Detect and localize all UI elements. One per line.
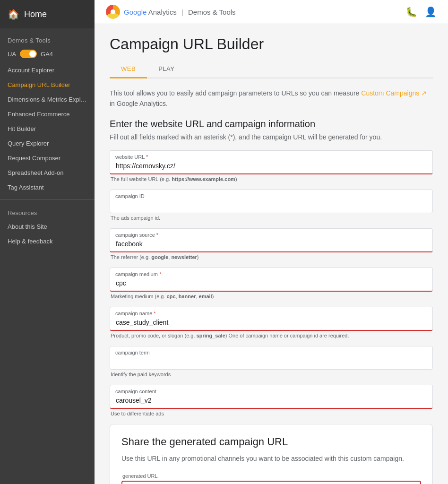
main-content: Google Analytics | Demos & Tools 🐛 👤 Cam… [95,0,448,484]
custom-campaigns-link[interactable]: Custom Campaigns ↗ [361,89,427,97]
content-area: Campaign URL Builder WEB PLAY This tool … [95,24,448,484]
sidebar: 🏠 Home Demos & Tools UA GA4 Account Expl… [0,0,95,484]
input-campaign-name[interactable] [110,307,433,331]
bug-icon[interactable]: 🐛 [405,6,417,17]
hint-campaign-term: Identify the paid keywords [110,372,433,377]
sidebar-item-spreadsheet-addon[interactable]: Spreadsheet Add-on [0,165,95,180]
home-icon: 🏠 [8,9,19,20]
section-title: Enter the website URL and campaign infor… [110,119,433,130]
hint-campaign-id: The ads campaign id. [110,215,433,221]
generated-url-group: generated URL https://cernovsky.cz/?utm_… [121,473,421,484]
logo-demos: Demos & Tools [188,8,236,16]
tabs: WEB PLAY [110,60,433,78]
account-icon[interactable]: 👤 [425,6,437,17]
share-title: Share the generated campaign URL [121,436,421,448]
input-website-url[interactable] [110,150,433,174]
ga-logo: Google Analytics | Demos & Tools [106,5,236,19]
logo-separator: | [181,8,183,16]
field-campaign-medium: campaign medium * Marketing medium (e.g.… [110,268,433,299]
sidebar-item-help-feedback[interactable]: Help & feedback [0,234,95,249]
hint-campaign-name: Product, promo code, or slogan (e.g. spr… [110,333,433,338]
logo-google: Google [124,8,146,16]
copy-generated-url-button[interactable] [400,482,420,484]
generated-url-value[interactable]: https://cernovsky.cz/?utm_source=faceboo… [122,482,400,484]
field-campaign-content: campaign content Use to differentiate ad… [110,385,433,416]
hint-campaign-content: Use to differentiate ads [110,411,433,416]
top-bar-icons: 🐛 👤 [405,6,437,17]
resources-section-title: Resources [0,205,95,219]
sidebar-item-query-explorer[interactable]: Query Explorer [0,136,95,151]
sidebar-item-request-composer[interactable]: Request Composer [0,151,95,165]
ga-logo-icon [106,5,120,19]
input-campaign-medium[interactable] [110,268,433,292]
sidebar-item-dimensions-metrics[interactable]: Dimensions & Metrics Explorer [0,92,95,107]
field-website-url: website URL * The full website URL (e.g.… [110,150,433,182]
ua-ga4-toggle-row: UA GA4 [0,47,95,63]
sidebar-header[interactable]: 🏠 Home [0,0,95,28]
ua-ga4-toggle[interactable] [20,50,37,58]
sidebar-item-hit-builder[interactable]: Hit Builder [0,121,95,136]
field-campaign-name: campaign name * Product, promo code, or … [110,307,433,338]
hint-website-url: The full website URL (e.g. https://www.e… [110,176,433,182]
field-campaign-term: campaign term Identify the paid keywords [110,346,433,377]
page-title: Campaign URL Builder [110,35,433,53]
input-campaign-source[interactable] [110,228,433,252]
logo-analytics: Analytics [146,8,176,16]
demos-tools-section: Demos & Tools [0,28,95,47]
top-bar: Google Analytics | Demos & Tools 🐛 👤 [95,0,448,24]
ga4-label: GA4 [41,51,53,58]
share-box: Share the generated campaign URL Use thi… [110,424,433,484]
tab-play[interactable]: PLAY [147,60,186,78]
section-subtitle: Fill out all fields marked with an aster… [110,133,433,141]
field-campaign-source: campaign source * The referrer (e.g. goo… [110,228,433,260]
hint-campaign-source: The referrer (e.g. google, newsletter) [110,254,433,260]
share-description: Use this URL in any promotional channels… [121,454,421,464]
sidebar-divider [0,199,95,200]
field-campaign-id: campaign ID The ads campaign id. [110,190,433,221]
sidebar-item-account-explorer[interactable]: Account Explorer [0,63,95,78]
generated-url-label: generated URL [121,473,421,479]
sidebar-item-campaign-url-builder[interactable]: Campaign URL Builder [0,78,95,92]
ga-logo-text: Google Analytics | Demos & Tools [124,8,236,16]
ua-label: UA [8,51,16,58]
input-campaign-content[interactable] [110,385,433,409]
sidebar-item-tag-assistant[interactable]: Tag Assistant [0,180,95,195]
sidebar-item-enhanced-ecommerce[interactable]: Enhanced Ecommerce [0,107,95,121]
tab-web[interactable]: WEB [110,60,147,78]
sidebar-item-about-site[interactable]: About this Site [0,219,95,234]
hint-campaign-medium: Marketing medium (e.g. cpc, banner, emai… [110,294,433,299]
generated-url-box: https://cernovsky.cz/?utm_source=faceboo… [121,481,421,484]
sidebar-nav: Account Explorer Campaign URL Builder Di… [0,63,95,195]
input-campaign-term[interactable] [110,346,433,370]
description-text: This tool allows you to easily add campa… [110,88,433,109]
input-campaign-id[interactable] [110,190,433,213]
home-label: Home [24,9,47,19]
